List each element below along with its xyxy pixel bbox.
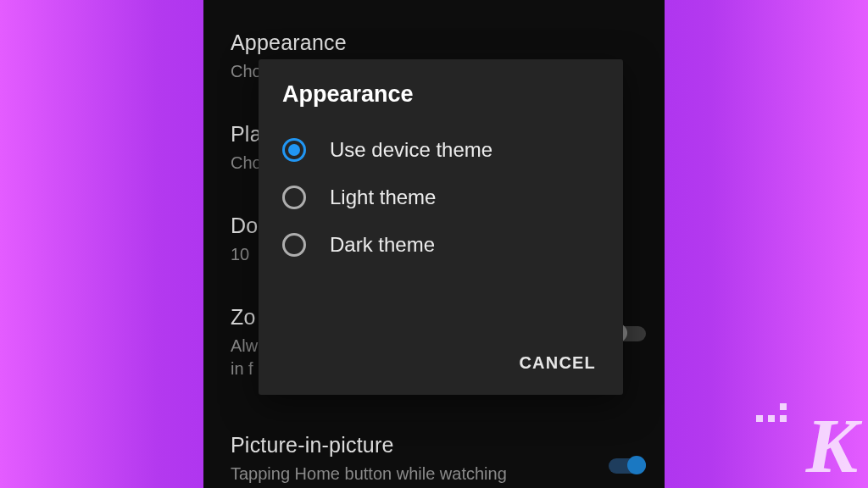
settings-item-title: Picture-in-picture (231, 433, 637, 458)
zoom-sub-line2: in f (231, 359, 253, 378)
watermark-dots (756, 403, 787, 422)
appearance-dialog: Appearance Use device theme Light theme … (259, 59, 623, 395)
option-use-device-theme[interactable]: Use device theme (259, 126, 623, 174)
settings-item-title: Appearance (231, 30, 637, 55)
settings-item-pip[interactable]: Picture-in-picture Tapping Home button w… (231, 433, 637, 485)
toggle-knob (627, 456, 646, 474)
dialog-title: Appearance (259, 81, 623, 126)
pip-toggle[interactable] (609, 458, 646, 474)
option-label: Light theme (330, 186, 436, 209)
radio-icon (282, 186, 306, 209)
zoom-sub-line1: Alw (231, 336, 258, 355)
option-label: Use device theme (330, 138, 492, 162)
option-light-theme[interactable]: Light theme (259, 174, 623, 221)
stage-background: Appearance Cho Pla Cho Do 10 Zo Alw in f… (0, 0, 868, 488)
option-dark-theme[interactable]: Dark theme (259, 221, 623, 269)
option-label: Dark theme (330, 233, 435, 257)
radio-icon (282, 233, 306, 257)
cancel-button[interactable]: CANCEL (510, 347, 604, 380)
watermark-letter: K (806, 407, 858, 485)
radio-icon (282, 138, 306, 162)
dialog-actions: CANCEL (510, 347, 604, 380)
settings-item-subtitle: Tapping Home button while watching (231, 463, 536, 485)
